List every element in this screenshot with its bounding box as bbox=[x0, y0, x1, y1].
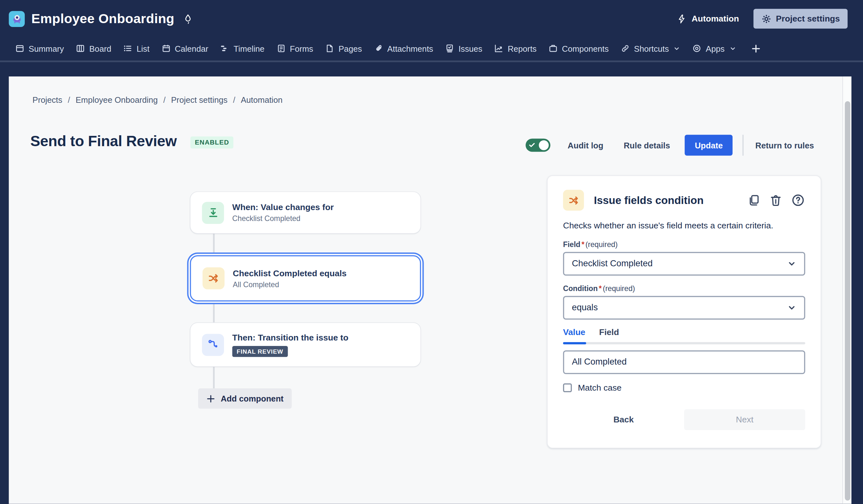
field-select[interactable]: Checklist Completed bbox=[563, 252, 805, 276]
project-header: Employee Onboarding Automation Project s… bbox=[0, 0, 863, 76]
trash-icon bbox=[769, 193, 783, 207]
required-star: * bbox=[599, 284, 602, 293]
duplicate-component-button[interactable] bbox=[747, 193, 761, 207]
forms-icon bbox=[277, 44, 285, 53]
reports-icon bbox=[494, 44, 503, 53]
condition-subtitle: All Completed bbox=[233, 280, 347, 288]
condition-select[interactable]: equals bbox=[563, 296, 805, 320]
copy-icon bbox=[747, 193, 761, 207]
audit-log-button[interactable]: Audit log bbox=[567, 141, 603, 150]
field-label: Field*(required) bbox=[563, 240, 805, 249]
project-settings-button[interactable]: Project settings bbox=[753, 9, 848, 29]
attachments-icon bbox=[374, 44, 383, 53]
issues-icon bbox=[445, 44, 454, 53]
summary-icon bbox=[15, 44, 24, 53]
condition-config-panel: Issue fields condition Checks whether an… bbox=[547, 176, 821, 448]
flow-connector-line bbox=[213, 214, 215, 396]
nav-tab-apps[interactable]: Apps bbox=[687, 39, 742, 57]
nav-tab-list[interactable]: List bbox=[117, 39, 155, 57]
nav-tab-board[interactable]: Board bbox=[70, 39, 117, 57]
flow-card-trigger[interactable]: When: Value changes for Checklist Comple… bbox=[190, 192, 421, 234]
nav-tab-attachments[interactable]: Attachments bbox=[368, 39, 439, 57]
nav-tab-calendar[interactable]: Calendar bbox=[155, 39, 214, 57]
lightning-icon bbox=[676, 13, 687, 24]
nav-add-tab-button[interactable] bbox=[745, 39, 767, 57]
rule-enabled-toggle[interactable] bbox=[526, 139, 551, 152]
panel-icon-box bbox=[563, 190, 584, 211]
nav-tab-shortcuts[interactable]: Shortcuts bbox=[615, 39, 687, 57]
components-icon bbox=[549, 44, 557, 53]
update-button[interactable]: Update bbox=[685, 135, 733, 156]
help-button[interactable] bbox=[791, 193, 805, 207]
final-review-badge: FINAL REVIEW bbox=[233, 346, 288, 357]
action-icon-box bbox=[202, 334, 224, 356]
timeline-icon bbox=[221, 44, 229, 53]
trigger-icon-box bbox=[202, 202, 224, 223]
add-component-button[interactable]: Add component bbox=[198, 388, 291, 409]
project-title: Employee Onboarding bbox=[32, 11, 175, 26]
help-icon bbox=[791, 193, 805, 207]
action-title: Then: Transition the issue to bbox=[233, 333, 348, 343]
breadcrumb-project-name[interactable]: Employee Onboarding bbox=[76, 95, 158, 104]
nav-tab-timeline[interactable]: Timeline bbox=[214, 39, 271, 57]
chevron-down-icon bbox=[787, 259, 797, 268]
panel-description: Checks whether an issue's field meets a … bbox=[563, 220, 805, 232]
trigger-title: When: Value changes for bbox=[233, 202, 334, 212]
value-input[interactable] bbox=[563, 350, 805, 374]
page-title: Send to Final Review bbox=[30, 133, 177, 150]
match-case-checkbox[interactable] bbox=[563, 383, 572, 392]
rule-details-button[interactable]: Rule details bbox=[624, 141, 670, 150]
project-avatar[interactable] bbox=[9, 11, 25, 27]
calendar-icon bbox=[162, 44, 170, 53]
condition-icon-box bbox=[202, 267, 224, 289]
nav-tab-summary[interactable]: Summary bbox=[9, 39, 70, 57]
condition-label: Condition*(required) bbox=[563, 284, 805, 293]
project-avatar-icon bbox=[11, 13, 22, 24]
chevron-down-icon bbox=[787, 303, 797, 312]
condition-title: Checklist Completed equals bbox=[233, 268, 347, 278]
header-divider bbox=[0, 60, 863, 62]
nav-tab-pages[interactable]: Pages bbox=[319, 39, 368, 57]
condition-shuffle-icon bbox=[207, 272, 220, 285]
board-icon bbox=[76, 44, 85, 53]
project-style-button[interactable] bbox=[182, 13, 194, 24]
nav-tab-issues[interactable]: Issues bbox=[439, 39, 488, 57]
return-to-rules-button[interactable]: Return to rules bbox=[755, 141, 814, 150]
automation-link[interactable]: Automation bbox=[676, 13, 739, 24]
condition-shuffle-icon bbox=[567, 194, 580, 207]
style-droplet-icon bbox=[182, 13, 194, 24]
match-case-row: Match case bbox=[563, 383, 805, 393]
required-star: * bbox=[581, 240, 584, 249]
tab-field[interactable]: Field bbox=[599, 327, 619, 337]
plus-icon bbox=[751, 44, 761, 53]
breadcrumb-projects[interactable]: Projects bbox=[33, 95, 62, 104]
check-icon bbox=[528, 141, 536, 148]
nav-tab-reports[interactable]: Reports bbox=[488, 39, 542, 57]
flow-card-action[interactable]: Then: Transition the issue to FINAL REVI… bbox=[190, 322, 421, 367]
toggle-knob bbox=[539, 140, 549, 150]
value-changes-icon bbox=[207, 206, 219, 219]
next-button[interactable]: Next bbox=[684, 409, 805, 430]
breadcrumb-project-settings[interactable]: Project settings bbox=[171, 95, 227, 104]
app-window: Employee Onboarding Automation Project s… bbox=[0, 0, 863, 504]
gear-icon bbox=[761, 13, 772, 24]
pages-icon bbox=[325, 44, 334, 53]
flow-card-condition-selected[interactable]: Checklist Completed equals All Completed bbox=[190, 255, 421, 302]
back-button[interactable]: Back bbox=[613, 415, 634, 425]
breadcrumb-automation[interactable]: Automation bbox=[241, 95, 283, 104]
tab-value[interactable]: Value bbox=[563, 327, 585, 337]
shortcuts-icon bbox=[621, 44, 629, 53]
rule-status-badge: ENABLED bbox=[191, 136, 234, 148]
scrollbar-thumb[interactable] bbox=[845, 101, 850, 501]
main-content: Projects / Employee Onboarding / Project… bbox=[9, 76, 842, 504]
panel-title: Issue fields condition bbox=[594, 194, 703, 207]
chevron-down-icon bbox=[673, 45, 680, 52]
vertical-scrollbar[interactable] bbox=[843, 76, 851, 504]
plus-icon bbox=[207, 394, 215, 403]
nav-tab-components[interactable]: Components bbox=[542, 39, 615, 57]
transition-icon bbox=[207, 338, 219, 351]
delete-component-button[interactable] bbox=[769, 193, 783, 207]
nav-tab-forms[interactable]: Forms bbox=[271, 39, 320, 57]
trigger-subtitle: Checklist Completed bbox=[233, 215, 334, 223]
chevron-down-icon bbox=[729, 45, 736, 52]
